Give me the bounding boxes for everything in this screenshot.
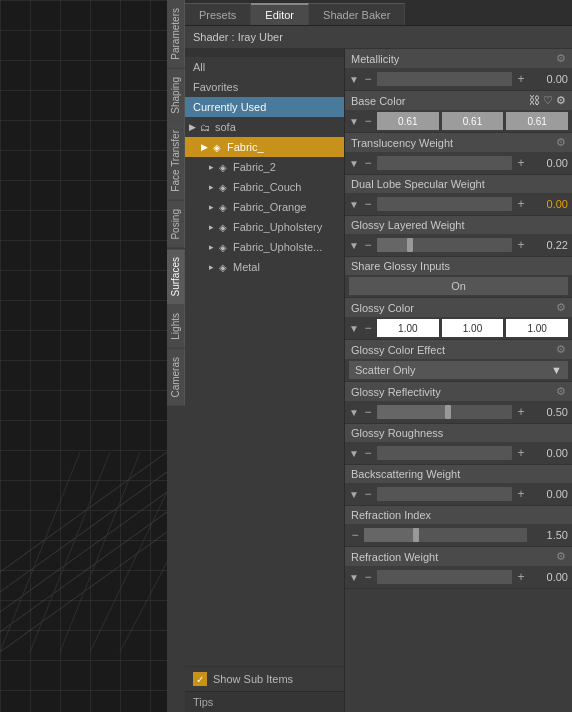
shader-header: Shader : Iray Uber: [185, 26, 572, 49]
glossy-color-b[interactable]: 1.00: [506, 319, 568, 337]
translucency-label: Translucency Weight: [351, 137, 453, 149]
reflectivity-slider[interactable]: [377, 405, 512, 419]
glossy-color-row: Glossy Color ⚙ ▼ − 1.00 1.00 1.00: [345, 298, 572, 340]
parameters-tab[interactable]: Parameters: [167, 0, 185, 68]
refraction-index-minus[interactable]: −: [349, 528, 361, 542]
tree-item-fabric[interactable]: ▶ ◈ Fabric_: [185, 137, 344, 157]
svg-line-4: [0, 452, 167, 572]
tree-item-fabric-upholstery[interactable]: ▸ ◈ Fabric_Upholstery: [185, 217, 344, 237]
backscattering-minus[interactable]: −: [362, 487, 374, 501]
show-sub-items-checkbox[interactable]: ✓: [193, 672, 207, 686]
reflectivity-gear-icon[interactable]: ⚙: [556, 385, 566, 398]
glossy-layered-minus[interactable]: −: [362, 238, 374, 252]
refraction-weight-header: Refraction Weight ⚙: [345, 547, 572, 566]
roughness-plus[interactable]: +: [515, 446, 527, 460]
reflectivity-plus[interactable]: +: [515, 405, 527, 419]
base-color-label: Base Color: [351, 95, 405, 107]
metallicity-label: Metallicity: [351, 53, 399, 65]
metallicity-slider[interactable]: [377, 72, 512, 86]
tree-item-sofa[interactable]: ▶ 🗂 sofa: [185, 117, 344, 137]
lights-tab[interactable]: Lights: [167, 305, 185, 348]
glossy-color-effect-header: Glossy Color Effect ⚙: [345, 340, 572, 359]
dual-lobe-slider[interactable]: [377, 197, 512, 211]
filter-currently-used[interactable]: Currently Used: [185, 97, 344, 117]
tree-arrow-couch: ▸: [209, 182, 214, 192]
glossy-effect-dropdown[interactable]: Scatter Only ▼: [349, 361, 568, 379]
backscattering-label: Backscattering Weight: [351, 468, 460, 480]
glossy-effect-gear-icon[interactable]: ⚙: [556, 343, 566, 356]
base-color-b[interactable]: 0.61: [506, 112, 568, 130]
base-color-g[interactable]: 0.61: [442, 112, 504, 130]
translucency-minus[interactable]: −: [362, 156, 374, 170]
shaping-tab[interactable]: Shaping: [167, 69, 185, 122]
glossy-layered-plus[interactable]: +: [515, 238, 527, 252]
glossy-color-r[interactable]: 1.00: [377, 319, 439, 337]
tree-item-fabric2[interactable]: ▸ ◈ Fabric_2: [185, 157, 344, 177]
glossy-layered-label: Glossy Layered Weight: [351, 219, 465, 231]
filter-panel: All Favorites Currently Used ▶ 🗂 sofa ▶ …: [185, 49, 345, 712]
shader-icon-couch: ◈: [216, 180, 230, 194]
refraction-weight-plus[interactable]: +: [515, 570, 527, 584]
translucency-plus[interactable]: +: [515, 156, 527, 170]
refraction-weight-slider[interactable]: [377, 570, 512, 584]
metallicity-gear-icon[interactable]: ⚙: [556, 52, 566, 65]
link-icon[interactable]: ⛓: [529, 94, 540, 107]
viewport-lines: [0, 452, 167, 652]
roughness-slider[interactable]: [377, 446, 512, 460]
backscattering-plus[interactable]: +: [515, 487, 527, 501]
refraction-weight-gear-icon[interactable]: ⚙: [556, 550, 566, 563]
glossy-color-g[interactable]: 1.00: [442, 319, 504, 337]
glossy-layered-slider[interactable]: [377, 238, 512, 252]
share-glossy-toggle[interactable]: On: [349, 277, 568, 295]
surfaces-tab[interactable]: Surfaces: [167, 249, 185, 304]
backscattering-value: 0.00: [530, 488, 568, 500]
roughness-minus[interactable]: −: [362, 446, 374, 460]
translucency-slider[interactable]: [377, 156, 512, 170]
tab-shader-baker[interactable]: Shader Baker: [309, 3, 405, 25]
tree-item-fabric-orange[interactable]: ▸ ◈ Fabric_Orange: [185, 197, 344, 217]
tree-item-metal[interactable]: ▸ ◈ Metal: [185, 257, 344, 277]
reflectivity-minus[interactable]: −: [362, 405, 374, 419]
glossy-color-effect-label: Glossy Color Effect: [351, 344, 445, 356]
posing-tab[interactable]: Posing: [167, 201, 185, 248]
props-panel: Metallicity ⚙ ▼ − + 0.00 Base Color: [345, 49, 572, 712]
tree-arrow-sofa: ▶: [189, 122, 196, 132]
dual-lobe-plus[interactable]: +: [515, 197, 527, 211]
base-color-arrow: ▼: [349, 116, 359, 127]
metallicity-minus[interactable]: −: [362, 72, 374, 86]
tree-arrow-fabric2: ▸: [209, 162, 214, 172]
glossy-color-gear-icon[interactable]: ⚙: [556, 301, 566, 314]
shader-icon-upholste: ◈: [216, 240, 230, 254]
heart-icon[interactable]: ♡: [543, 94, 553, 107]
backscattering-arrow: ▼: [349, 489, 359, 500]
shader-icon-orange: ◈: [216, 200, 230, 214]
refraction-weight-control: ▼ − + 0.00: [345, 566, 572, 588]
cameras-tab[interactable]: Cameras: [167, 349, 185, 406]
glossy-layered-control: ▼ − + 0.22: [345, 234, 572, 256]
shader-icon-metal: ◈: [216, 260, 230, 274]
filter-items: All Favorites Currently Used ▶ 🗂 sofa ▶ …: [185, 57, 344, 666]
backscattering-slider[interactable]: [377, 487, 512, 501]
metallicity-plus[interactable]: +: [515, 72, 527, 86]
glossy-color-minus[interactable]: −: [362, 321, 374, 335]
translucency-control: ▼ − + 0.00: [345, 152, 572, 174]
backscattering-control: ▼ − + 0.00: [345, 483, 572, 505]
tree-arrow-metal: ▸: [209, 262, 214, 272]
filter-favorites[interactable]: Favorites: [185, 77, 344, 97]
tree-item-fabric-couch[interactable]: ▸ ◈ Fabric_Couch: [185, 177, 344, 197]
dual-lobe-minus[interactable]: −: [362, 197, 374, 211]
translucency-gear-icon[interactable]: ⚙: [556, 136, 566, 149]
base-color-boxes: 0.61 0.61 0.61: [377, 112, 568, 130]
refraction-index-header: Refraction Index: [345, 506, 572, 524]
metallicity-arrow: ▼: [349, 74, 359, 85]
gear-icon[interactable]: ⚙: [556, 94, 566, 107]
base-color-r[interactable]: 0.61: [377, 112, 439, 130]
tab-editor[interactable]: Editor: [251, 3, 309, 25]
tab-presets[interactable]: Presets: [185, 3, 251, 25]
filter-all[interactable]: All: [185, 57, 344, 77]
base-color-minus[interactable]: −: [362, 114, 374, 128]
face-transfer-tab[interactable]: Face Transfer: [167, 122, 185, 200]
refraction-index-slider[interactable]: [364, 528, 527, 542]
refraction-weight-minus[interactable]: −: [362, 570, 374, 584]
tree-item-fabric-upholste[interactable]: ▸ ◈ Fabric_Upholste...: [185, 237, 344, 257]
